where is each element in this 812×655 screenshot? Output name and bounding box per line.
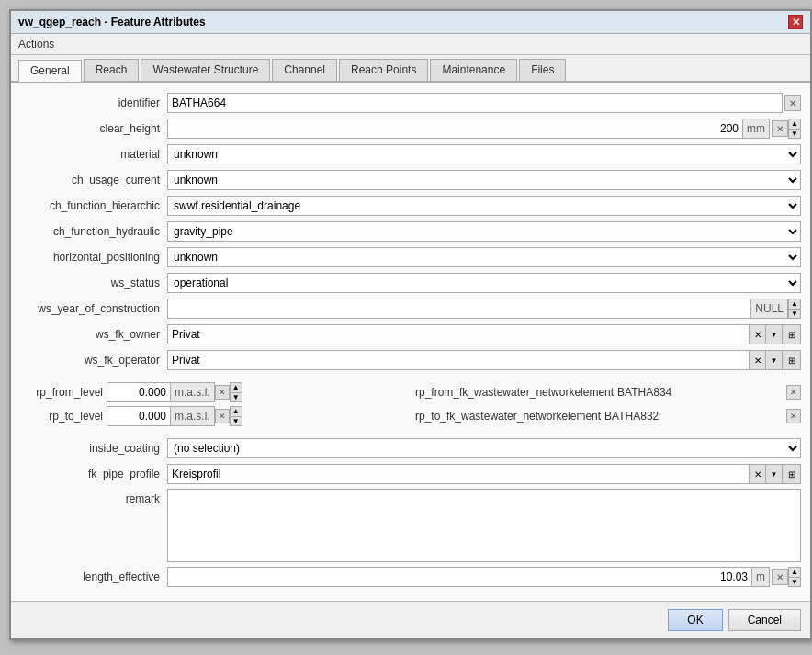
ws-fk-owner-clear-btn[interactable]: ✕ [750,324,766,344]
tab-maintenance[interactable]: Maintenance [430,59,517,81]
fk-pipe-profile-clear-btn[interactable]: ✕ [750,464,766,484]
identifier-label: identifier [20,96,167,109]
remark-value [167,489,801,562]
length-effective-clear-btn[interactable]: ✕ [772,569,788,585]
rp-to-level-clear-btn[interactable]: ✕ [215,409,230,423]
fk-pipe-profile-dropdown-btn[interactable]: ▼ [766,464,783,484]
ch-function-hierarchic-dropdown: swwf.residential_drainage [167,196,801,216]
rp-to-level-spinner: ▲ ▼ [230,406,242,426]
cancel-button[interactable]: Cancel [728,609,801,631]
tab-wastewater-structure[interactable]: Wastewater Structure [141,59,270,81]
ws-year-up-btn[interactable]: ▲ [788,299,801,309]
ws-fk-operator-clear-btn[interactable]: ✕ [750,350,766,370]
length-effective-label: length_effective [20,570,167,583]
rp-to-fk-clear-btn[interactable]: ✕ [786,409,801,423]
clear-height-row: clear_height mm ✕ ▲ ▼ [20,118,801,140]
identifier-input[interactable] [167,93,783,113]
tab-general[interactable]: General [18,60,82,82]
clear-height-spinner: ▲ ▼ [788,119,801,139]
remark-row: remark [20,489,801,562]
rp-to-level-section: rp_to_level m.a.s.l. ✕ ▲ ▼ [20,406,406,426]
ws-fk-owner-value: ✕ ▼ ⊞ [167,324,801,344]
ch-function-hierarchic-value: swwf.residential_drainage [167,196,801,216]
inside-coating-row: inside_coating (no selection) [20,437,801,459]
clear-height-label: clear_height [20,122,167,135]
fk-pipe-profile-value: ✕ ▼ ⊞ [167,464,801,484]
rp-from-fk-label: rp_from_fk_wastewater_networkelement [415,386,614,399]
ok-button[interactable]: OK [668,609,722,631]
inside-coating-select[interactable]: (no selection) [167,438,801,458]
ws-year-null: NULL [751,299,788,319]
identifier-clear-btn[interactable]: ✕ [784,95,801,111]
length-effective-up-btn[interactable]: ▲ [788,567,801,577]
close-button[interactable]: ✕ [788,15,803,29]
fk-pipe-profile-input[interactable] [167,464,750,484]
ws-status-row: ws_status operational [20,272,801,294]
rp-from-level-input[interactable] [107,382,171,402]
ch-function-hierarchic-row: ch_function_hierarchic swwf.residential_… [20,195,801,217]
ws-year-down-btn[interactable]: ▼ [788,309,801,319]
ws-fk-operator-row: ws_fk_operator ✕ ▼ ⊞ [20,349,801,371]
ws-fk-owner-field: ✕ ▼ ⊞ [167,324,801,344]
identifier-row: identifier ✕ [20,92,801,114]
rp-from-fk-value: BATHA834 [617,386,671,399]
rp-to-level-down-btn[interactable]: ▼ [230,416,242,426]
ch-function-hydraulic-label: ch_function_hydraulic [20,225,167,238]
rp-from-fk-section: rp_from_fk_wastewater_networkelement BAT… [415,382,801,402]
ws-fk-operator-label: ws_fk_operator [20,354,167,367]
rp-from-level-up-btn[interactable]: ▲ [230,382,242,392]
clear-height-down-btn[interactable]: ▼ [788,129,801,139]
rp-to-level-up-btn[interactable]: ▲ [230,406,242,416]
ch-usage-current-select[interactable]: unknown [167,170,801,190]
ws-fk-owner-table-btn[interactable]: ⊞ [783,324,801,344]
rp-to-level-input[interactable] [107,406,171,426]
clear-height-suffix: mm [743,119,770,139]
rp-from-level-clear-btn[interactable]: ✕ [215,385,230,400]
ws-year-row: ws_year_of_construction NULL ▲ ▼ [20,298,801,320]
tab-channel[interactable]: Channel [272,59,337,81]
rp-to-fk-value: BATHA832 [604,410,659,423]
rp-to-level-label: rp_to_level [20,410,103,423]
ws-status-value: operational [167,273,801,293]
material-label: material [20,148,167,161]
ws-year-spinner: ▲ ▼ [788,299,801,319]
rp-from-level-down-btn[interactable]: ▼ [230,392,242,402]
fk-pipe-profile-row: fk_pipe_profile ✕ ▼ ⊞ [20,463,801,485]
tab-reach[interactable]: Reach [84,59,140,81]
fk-pipe-profile-table-btn[interactable]: ⊞ [783,464,801,484]
remark-input[interactable] [167,489,801,562]
tab-reach-points[interactable]: Reach Points [339,59,428,81]
rp-from-fk-clear-btn[interactable]: ✕ [786,385,801,400]
length-effective-row: length_effective m ✕ ▲ ▼ [20,566,801,588]
ws-fk-operator-field: ✕ ▼ ⊞ [167,350,801,370]
rp-from-level-label: rp_from_level [20,386,103,399]
length-effective-down-btn[interactable]: ▼ [788,577,801,587]
fk-pipe-profile-field: ✕ ▼ ⊞ [167,464,801,484]
length-effective-input[interactable] [167,567,752,587]
ws-fk-owner-dropdown-btn[interactable]: ▼ [766,324,783,344]
ch-function-hierarchic-label: ch_function_hierarchic [20,199,167,212]
ws-fk-operator-value: ✕ ▼ ⊞ [167,350,801,370]
length-effective-suffix: m [752,567,770,587]
ws-status-label: ws_status [20,277,167,289]
horizontal-positioning-select[interactable]: unknown [167,247,801,267]
rp-to-row: rp_to_level m.a.s.l. ✕ ▲ ▼ rp_to_fk_wast… [20,406,801,426]
clear-height-input[interactable] [167,119,743,139]
tab-files[interactable]: Files [519,59,566,81]
clear-height-clear-btn[interactable]: ✕ [772,120,788,137]
ch-usage-current-value: unknown [167,170,801,190]
ws-status-select[interactable]: operational [167,273,801,293]
ws-fk-operator-dropdown-btn[interactable]: ▼ [766,350,783,370]
ws-year-input[interactable] [167,299,751,319]
ch-function-hydraulic-select[interactable]: gravity_pipe [167,221,801,242]
clear-height-up-btn[interactable]: ▲ [788,119,801,129]
rp-to-level-unit: m.a.s.l. [171,406,215,426]
material-select[interactable]: unknown [167,144,801,164]
ch-function-hierarchic-select[interactable]: swwf.residential_drainage [167,196,801,216]
ws-status-dropdown: operational [167,273,801,293]
ch-usage-current-label: ch_usage_current [20,174,167,186]
ws-fk-owner-input[interactable] [167,324,750,344]
ws-fk-operator-table-btn[interactable]: ⊞ [783,350,801,370]
ws-fk-operator-input[interactable] [167,350,750,370]
horizontal-positioning-label: horizontal_positioning [20,251,167,264]
